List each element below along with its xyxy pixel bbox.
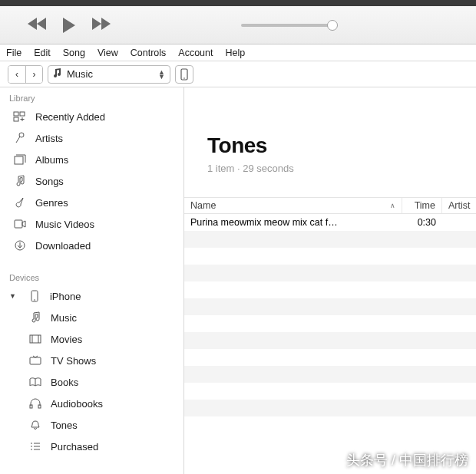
svg-point-10 <box>34 299 35 301</box>
menu-account[interactable]: Account <box>178 48 213 58</box>
sidebar-item-genres[interactable]: Genres <box>0 192 183 213</box>
address-bar-fragment <box>0 0 476 6</box>
svg-rect-4 <box>14 117 18 121</box>
previous-track-button[interactable] <box>28 17 48 34</box>
sidebar-item-label: Artists <box>35 133 63 144</box>
sort-asc-icon: ∧ <box>390 202 395 209</box>
svg-rect-12 <box>30 357 41 364</box>
svg-rect-7 <box>15 220 22 228</box>
sidebar-item-downloaded[interactable]: Downloaded <box>0 235 183 256</box>
sidebar-item-label: Movies <box>51 334 82 345</box>
menu-edit[interactable]: Edit <box>34 48 51 58</box>
table-row <box>184 265 476 281</box>
sidebar-device-purchased[interactable]: Purchased <box>0 436 183 457</box>
nav-back-forward: ‹ › <box>8 65 43 84</box>
media-picker[interactable]: Music ▲▼ <box>48 65 170 84</box>
sidebar-header-devices: Devices <box>0 267 183 285</box>
sidebar-item-label: Recently Added <box>35 111 105 123</box>
sidebar-item-artists[interactable]: Artists <box>0 127 183 149</box>
menu-controls[interactable]: Controls <box>131 48 167 58</box>
page-subtitle: 1 item · 29 seconds <box>207 163 453 174</box>
table-row <box>184 416 476 433</box>
sidebar-item-albums[interactable]: Albums <box>0 149 183 170</box>
forward-button[interactable]: › <box>25 66 42 83</box>
table-row[interactable]: Purina meowmix meow mix cat f… 0:30 <box>184 214 476 231</box>
sidebar-item-label: Music <box>51 312 77 324</box>
menu-bar: File Edit Song View Controls Account Hel… <box>0 44 476 61</box>
albums-icon <box>12 154 28 165</box>
bell-icon <box>28 420 43 430</box>
table-row <box>184 400 476 416</box>
sidebar-item-label: Downloaded <box>35 240 91 252</box>
media-picker-label: Music <box>67 68 154 80</box>
sidebar-item-music-videos[interactable]: Music Videos <box>0 213 183 235</box>
table-row <box>184 315 476 332</box>
menu-file[interactable]: File <box>6 48 21 58</box>
microphone-icon <box>12 132 28 144</box>
column-header-artist[interactable]: Artist <box>442 198 476 213</box>
sidebar-device-music[interactable]: Music <box>0 307 183 328</box>
cell-time: 0:30 <box>402 217 442 228</box>
svg-point-1 <box>183 77 185 79</box>
svg-rect-11 <box>30 335 41 343</box>
svg-rect-3 <box>20 112 25 116</box>
sidebar-item-label: Tones <box>51 420 78 431</box>
music-note-icon <box>51 67 62 81</box>
table-row <box>184 298 476 315</box>
volume-knob[interactable] <box>327 20 338 31</box>
player-toolbar <box>0 6 476 44</box>
menu-help[interactable]: Help <box>226 48 246 58</box>
sidebar-item-label: TV Shows <box>51 355 96 367</box>
disclosure-triangle-icon[interactable]: ▼ <box>9 292 16 300</box>
sidebar-device-iphone[interactable]: ▼ iPhone <box>0 285 183 307</box>
iphone-icon <box>27 290 42 302</box>
menu-view[interactable]: View <box>98 48 118 58</box>
column-header-name[interactable]: Name ∧ <box>184 198 402 213</box>
music-note-icon <box>28 311 43 324</box>
next-track-button[interactable] <box>91 17 111 34</box>
tracks-table: Name ∧ Time Artist Purina meowmix meow m… <box>184 197 476 474</box>
table-row <box>184 231 476 248</box>
sidebar-item-label: Albums <box>35 154 68 166</box>
page-title: Tones <box>207 133 453 158</box>
device-button[interactable] <box>175 65 193 84</box>
svg-rect-6 <box>15 156 23 164</box>
list-icon <box>28 442 43 451</box>
download-icon <box>12 240 28 251</box>
cell-name: Purina meowmix meow mix cat f… <box>184 217 402 228</box>
main-content: Tones 1 item · 29 seconds Name ∧ Time Ar… <box>184 87 476 474</box>
sidebar-item-label: Music Videos <box>35 219 94 230</box>
back-button[interactable]: ‹ <box>8 66 25 83</box>
sidebar-device-tvshows[interactable]: TV Shows <box>0 350 183 371</box>
sidebar-device-movies[interactable]: Movies <box>0 328 183 350</box>
sidebar-device-books[interactable]: Books <box>0 371 183 393</box>
headphones-icon <box>28 398 43 409</box>
table-header: Name ∧ Time Artist <box>184 197 476 214</box>
table-row <box>184 281 476 298</box>
sidebar-item-songs[interactable]: Songs <box>0 170 183 192</box>
volume-slider[interactable] <box>241 24 333 27</box>
book-icon <box>28 377 43 387</box>
svg-rect-2 <box>14 112 18 116</box>
column-header-time[interactable]: Time <box>402 198 442 213</box>
table-row <box>184 248 476 265</box>
sidebar-device-tones[interactable]: Tones <box>0 414 183 436</box>
sidebar-device-audiobooks[interactable]: Audiobooks <box>0 393 183 414</box>
sidebar-device-label: iPhone <box>50 291 81 302</box>
film-icon <box>28 334 43 344</box>
sidebar-item-label: Audiobooks <box>51 398 103 410</box>
sidebar-item-label: Genres <box>35 197 68 209</box>
nav-row: ‹ › Music ▲▼ <box>0 61 476 87</box>
menu-song[interactable]: Song <box>63 48 85 58</box>
sidebar-item-recently-added[interactable]: Recently Added <box>0 106 183 127</box>
play-button[interactable] <box>61 17 77 34</box>
guitar-icon <box>12 196 28 209</box>
recently-added-icon <box>12 111 28 122</box>
updown-icon: ▲▼ <box>158 70 165 79</box>
music-note-icon <box>12 175 28 187</box>
table-row <box>184 383 476 400</box>
sidebar: Library Recently Added Artists Albums So… <box>0 87 184 474</box>
sidebar-item-label: Purchased <box>51 441 98 453</box>
sidebar-header-library: Library <box>0 87 183 106</box>
tv-icon <box>28 355 43 366</box>
